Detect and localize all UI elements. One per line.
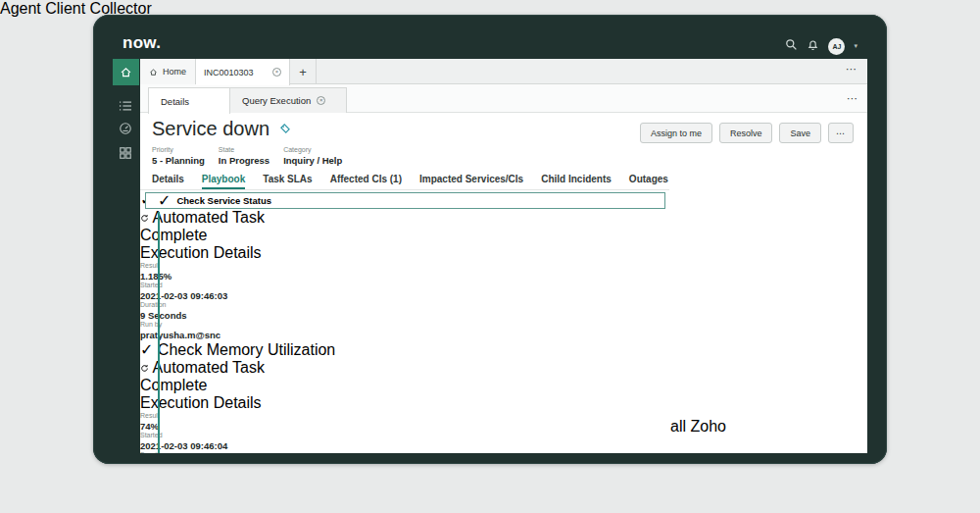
tab-record-inc0010303[interactable]: INC0010303 ×: [196, 59, 290, 85]
playbook-stage-check-service-status[interactable]: ✓ Check Service Status: [145, 192, 665, 209]
playbook-progress-line: [158, 212, 160, 453]
tab-details-pane[interactable]: Details: [148, 87, 230, 114]
record-section-tabs: Details Playbook Task SLAs Affected CIs …: [140, 174, 867, 189]
execution-fields: Result1.185% Started2021-02-03 09:46:03 …: [140, 262, 669, 340]
save-button[interactable]: Save: [779, 123, 821, 143]
tab-child-incidents[interactable]: Child Incidents: [541, 174, 612, 189]
refresh-icon: [140, 214, 149, 223]
close-icon[interactable]: ×: [272, 68, 281, 77]
playbook-pane: ✓ Check Service Status ✓ Check CPU Utili…: [140, 189, 669, 453]
chevron-down-icon[interactable]: ▾: [854, 42, 858, 50]
refresh-icon: [140, 364, 149, 373]
tab-query-execution[interactable]: Query Execution ×: [230, 87, 347, 113]
tab-impacted-services[interactable]: Impacted Services/CIs: [419, 174, 523, 189]
tab-home[interactable]: Home: [140, 59, 196, 84]
tab-task-slas[interactable]: Task SLAs: [263, 174, 312, 189]
field-category: Category Inquiry / Help: [283, 146, 342, 166]
step-complete-icon: ✓: [140, 341, 153, 358]
assign-to-me-button[interactable]: Assign to me: [640, 123, 712, 143]
list-icon: [119, 100, 132, 112]
more-actions-button[interactable]: ⋯: [828, 123, 854, 143]
workspace-tab-bar: Home INC0010303 × + ⋯: [140, 59, 867, 84]
status-badge: Complete: [140, 227, 207, 243]
tab-details[interactable]: Details: [152, 174, 184, 189]
record-tab-bar: Details Query Execution × ⋯: [140, 84, 867, 113]
sidebar-item-apps[interactable]: [119, 146, 132, 164]
tab-outages[interactable]: Outages: [629, 174, 668, 189]
field-state: State In Progress: [219, 146, 270, 166]
sidebar-item-lists[interactable]: [119, 98, 132, 116]
app-window: now. AJ ▾ Home INC0010303 ×: [93, 15, 887, 464]
tab-bar-more-button[interactable]: ⋯: [846, 63, 858, 76]
execution-fields: Result74% Started2021-02-03 09:46:04 Dur…: [140, 412, 669, 453]
sub-tab-more-button[interactable]: ⋯: [847, 92, 858, 105]
bell-icon[interactable]: [807, 37, 819, 55]
automated-task-card[interactable]: Automated Task Complete Execution Detail…: [140, 209, 669, 340]
gauge-icon: [119, 122, 132, 135]
tab-affected-cis[interactable]: Affected CIs (1): [330, 174, 402, 189]
sidebar-item-dashboard[interactable]: [119, 122, 132, 139]
execution-details-heading: Execution Details: [140, 244, 669, 262]
home-icon: [120, 66, 132, 78]
execution-details-heading: Execution Details: [140, 394, 669, 412]
grid-icon: [119, 146, 132, 160]
page-title: Service down: [152, 118, 270, 140]
resolve-button[interactable]: Resolve: [719, 123, 773, 143]
home-icon: [149, 68, 158, 77]
tab-playbook[interactable]: Playbook: [202, 174, 245, 189]
new-tab-button[interactable]: +: [290, 59, 317, 84]
record-header: Service down Priority 5 - Planning State…: [140, 113, 867, 174]
playbook-step-memory[interactable]: ✓ Check Memory Utilization: [140, 340, 669, 359]
search-icon[interactable]: [785, 37, 798, 55]
sidebar-item-home[interactable]: [113, 59, 139, 85]
field-priority: Priority 5 - Planning: [152, 146, 205, 166]
workspace: Home INC0010303 × + ⋯ Details Query Exec…: [140, 59, 867, 453]
tag-icon[interactable]: [279, 121, 291, 138]
now-logo: now.: [122, 33, 161, 53]
status-badge: Complete: [140, 377, 207, 393]
record-fields: Priority 5 - Planning State In Progress …: [152, 146, 342, 166]
close-icon[interactable]: ×: [317, 96, 325, 105]
avatar[interactable]: AJ: [828, 38, 845, 55]
stage-check-icon: ✓: [158, 191, 171, 210]
automated-task-card[interactable]: Automated Task Complete Execution Detail…: [140, 359, 669, 453]
